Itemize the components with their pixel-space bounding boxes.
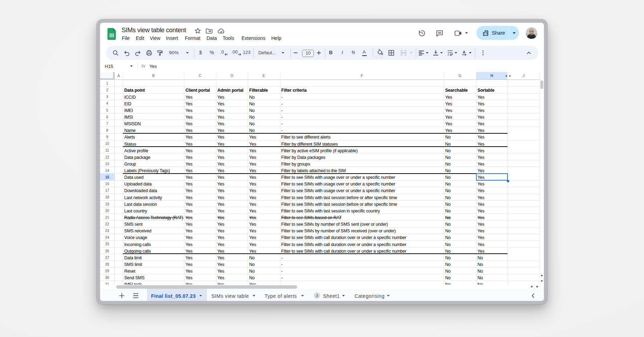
svg-text:A: A bbox=[463, 50, 465, 54]
